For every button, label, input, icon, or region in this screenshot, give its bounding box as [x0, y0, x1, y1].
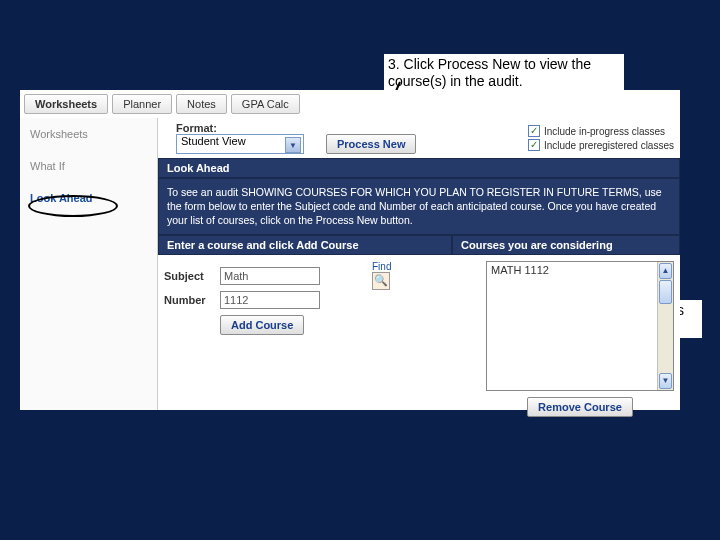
listbox-scrollbar[interactable]: ▲ ▼ [657, 262, 673, 390]
number-input[interactable] [220, 291, 320, 309]
find-icon[interactable]: 🔍 [372, 272, 390, 290]
subject-label: Subject [164, 270, 220, 282]
course-entry-form: Subject Number Add Course [164, 261, 364, 417]
lookahead-highlight-circle [28, 195, 118, 217]
considering-column: MATH 1112 ▲ ▼ Remove Course [486, 261, 674, 417]
checkbox-prereg[interactable]: ✓ [528, 139, 540, 151]
courses-listbox[interactable]: MATH 1112 ▲ ▼ [486, 261, 674, 391]
scroll-thumb[interactable] [659, 280, 672, 304]
scroll-down-icon[interactable]: ▼ [659, 373, 672, 389]
add-course-button[interactable]: Add Course [220, 315, 304, 335]
tab-planner[interactable]: Planner [112, 94, 172, 114]
tab-worksheets[interactable]: Worksheets [24, 94, 108, 114]
find-label: Find [372, 261, 412, 272]
subhead-enter-course: Enter a course and click Add Course [158, 235, 452, 255]
tab-bar: Worksheets Planner Notes GPA Calc [20, 90, 680, 118]
format-label: Format: [176, 122, 304, 134]
sidebar-item-whatif[interactable]: What If [20, 150, 157, 182]
tab-notes[interactable]: Notes [176, 94, 227, 114]
check-inprogress-label: Include in-progress classes [544, 126, 665, 137]
annotation-step3: 3. Click Process New to view the course(… [384, 54, 624, 92]
format-select[interactable]: Student View ▼ [176, 134, 304, 154]
section-title-bar: Look Ahead [158, 158, 680, 178]
sidebar-item-worksheets[interactable]: Worksheets [20, 118, 157, 150]
tab-gpa-calc[interactable]: GPA Calc [231, 94, 300, 114]
app-window: Worksheets Planner Notes GPA Calc Worksh… [20, 90, 680, 410]
content-area: Format: Student View ▼ Process New ✓ Inc… [158, 118, 680, 410]
remove-course-button[interactable]: Remove Course [527, 397, 633, 417]
chevron-down-icon: ▼ [285, 137, 301, 153]
find-column: Find 🔍 [372, 261, 412, 417]
sidebar: Worksheets What If Look Ahead [20, 118, 158, 410]
options-checks: ✓ Include in-progress classes ✓ Include … [528, 123, 674, 153]
process-new-button[interactable]: Process New [326, 134, 416, 154]
scroll-up-icon[interactable]: ▲ [659, 263, 672, 279]
checkbox-inprogress[interactable]: ✓ [528, 125, 540, 137]
subject-input[interactable] [220, 267, 320, 285]
subhead-considering: Courses you are considering [452, 235, 680, 255]
instructions-text: To see an audit SHOWING COURSES FOR WHIC… [158, 178, 680, 235]
list-item[interactable]: MATH 1112 [487, 262, 673, 278]
format-selected-value: Student View [181, 135, 246, 147]
number-label: Number [164, 294, 220, 306]
check-prereg-label: Include preregistered classes [544, 140, 674, 151]
